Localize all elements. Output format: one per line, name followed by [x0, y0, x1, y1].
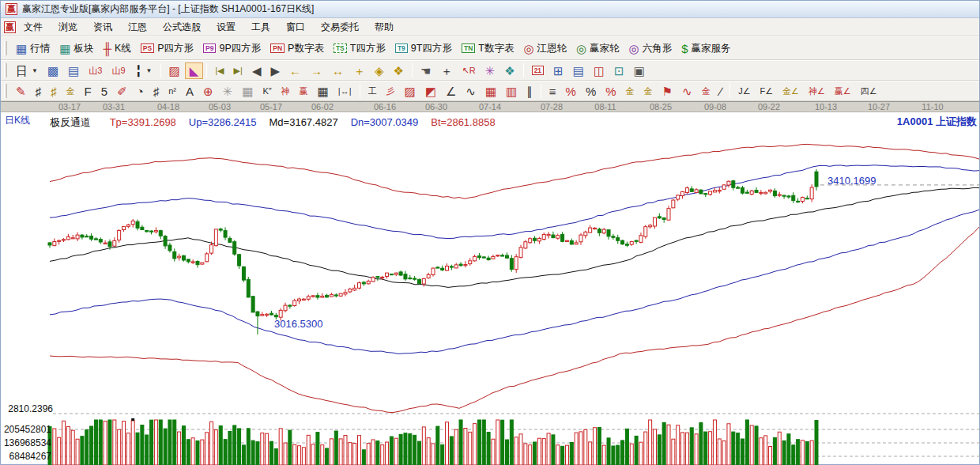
t9-square-button[interactable]: T99T四方形	[390, 40, 457, 58]
grid-circle-tool[interactable]: ▦	[237, 83, 258, 100]
chart-window-button[interactable]: ▩	[43, 62, 63, 79]
region-select-button[interactable]: ▨	[164, 62, 185, 79]
zoom-all-button[interactable]: ❖	[389, 62, 409, 79]
kline-chart[interactable]	[1, 112, 980, 465]
red-grid-tool[interactable]: ▦	[481, 83, 501, 100]
menu-settings[interactable]: 设置	[209, 18, 243, 36]
candle-style-dropdown[interactable]: ╏▼	[130, 62, 157, 79]
angle-line-tool[interactable]: ∠	[441, 83, 461, 100]
t-square-button[interactable]: TST四方形	[329, 40, 390, 58]
color-chart-button[interactable]: ◣	[185, 62, 204, 79]
percent-levels-tool[interactable]: %	[601, 83, 620, 100]
slope-line-tool[interactable]: ∕	[715, 83, 727, 100]
menu-browse[interactable]: 浏览	[51, 18, 85, 36]
box-fan-tool[interactable]: ▨	[400, 83, 420, 100]
gold-levels-tool[interactable]: 金	[639, 83, 658, 100]
remote-button[interactable]: ▣	[629, 62, 650, 79]
drag-hand-button[interactable]: ☚	[416, 62, 435, 79]
menu-formula-picker[interactable]: 公式选股	[155, 18, 209, 36]
winner-wheel-button[interactable]: ◎赢家轮	[571, 40, 624, 58]
grid-fan-tool[interactable]: ◩	[420, 83, 441, 100]
gold-angle-tool[interactable]: 金∠	[778, 83, 804, 100]
shape-tool-button[interactable]: ✳	[481, 62, 500, 79]
flag-tool[interactable]: ⚑	[658, 83, 677, 100]
network-button[interactable]: ⊡	[609, 62, 629, 79]
pan-right-button[interactable]: →	[306, 62, 327, 79]
calendar-button[interactable]: 21	[527, 63, 548, 78]
p9-square-button[interactable]: P99P四方形	[198, 40, 266, 58]
rocket-tool[interactable]: ✐	[112, 83, 132, 100]
hash-tool[interactable]: ♯	[149, 83, 164, 100]
wave-tool[interactable]: ∿	[677, 83, 697, 100]
gold-grid-tool[interactable]: ♯	[46, 83, 62, 100]
toolbar-grip[interactable]	[4, 63, 7, 78]
menu-news[interactable]: 资讯	[85, 18, 120, 36]
save-button[interactable]: ◫	[589, 62, 609, 79]
mini-chart-9-button[interactable]: 山9	[107, 62, 130, 79]
red-grid2-tool[interactable]: ▥	[501, 83, 522, 100]
first-page-button[interactable]: |◀	[210, 62, 228, 79]
percent-tool[interactable]: %	[581, 83, 601, 100]
price-ladder-tool[interactable]: ≡	[545, 83, 561, 100]
menu-window[interactable]: 窗口	[278, 18, 313, 36]
time-grid-tool[interactable]: ♯	[31, 83, 47, 100]
winner-service-button[interactable]: $赢家服务	[677, 40, 735, 58]
calculator-button[interactable]: ⊞	[548, 62, 568, 79]
prev-button[interactable]: ◀	[247, 62, 266, 79]
shen-angle-tool[interactable]: 神∠	[804, 83, 830, 100]
ying-angle-tool[interactable]: 赢∠	[830, 83, 856, 100]
four-angle-tool[interactable]: 四∠	[856, 83, 882, 100]
menu-file[interactable]: 文件	[16, 18, 51, 36]
star-rays-tool[interactable]: ✳	[218, 83, 238, 100]
menu-help[interactable]: 帮助	[367, 18, 401, 36]
zoom-in-button[interactable]: ＋	[349, 62, 370, 79]
k-note-tool[interactable]: K″	[258, 83, 276, 100]
f-angle-tool[interactable]: F∠	[756, 83, 778, 100]
p-number-table-button[interactable]: PNP数字表	[266, 40, 329, 58]
toolbar-grip[interactable]	[4, 84, 7, 98]
shen-tool[interactable]: 神	[277, 83, 295, 100]
last-page-button[interactable]: ▶|	[229, 62, 247, 79]
memo-button[interactable]: ▤	[568, 62, 589, 79]
next-button[interactable]: ▶	[266, 62, 285, 79]
menu-tools[interactable]: 工具	[243, 18, 278, 36]
mark-r-button[interactable]: ↖R	[457, 62, 480, 79]
info-panel-button[interactable]: ▤	[63, 62, 84, 79]
width-measure-tool[interactable]: |↔|	[334, 83, 356, 100]
gold-circle-tool[interactable]: 金	[621, 83, 639, 100]
smart-tool-button[interactable]: ❖	[499, 62, 519, 79]
menu-trade-order[interactable]: 交易委托	[313, 18, 367, 36]
t-number-table-button[interactable]: TNT数字表	[457, 40, 518, 58]
period-day-dropdown[interactable]: 日▼	[11, 62, 43, 79]
zoom-h-button[interactable]: ↔	[327, 62, 349, 79]
grid-123-tool[interactable]: ▦	[313, 83, 334, 100]
n-squared-tool[interactable]: n²	[164, 83, 181, 100]
ray-fan-tool[interactable]: 彡	[382, 83, 400, 100]
ying-tool[interactable]: 赢	[295, 83, 313, 100]
cycle-circle-tool[interactable]: ◔	[132, 83, 149, 100]
parallel-lines-tool[interactable]: ∥	[522, 83, 537, 100]
hexagon-button[interactable]: ◎六角形	[624, 40, 677, 58]
gold-grid2-tool[interactable]: 金	[62, 83, 80, 100]
retrace-percent-tool[interactable]: %	[561, 83, 581, 100]
circle-cross-tool[interactable]: ⊕	[198, 83, 218, 100]
auto-line-tool[interactable]: A	[181, 83, 198, 100]
pen-tool[interactable]: ✎	[11, 83, 31, 100]
menu-gann[interactable]: 江恩	[120, 18, 155, 36]
f-grid-tool[interactable]: F	[80, 83, 96, 100]
gold-underline-tool[interactable]: 金	[697, 83, 715, 100]
kline-button[interactable]: ╫K线	[98, 40, 135, 58]
gann-wheel-button[interactable]: ◎江恩轮	[518, 40, 571, 58]
p-square-button[interactable]: PSP四方形	[136, 40, 198, 58]
crosshair-button[interactable]: ＋	[435, 62, 457, 79]
zigzag-tool[interactable]: ∿	[461, 83, 481, 100]
toolbar-grip[interactable]	[4, 41, 7, 55]
mini-chart-3-button[interactable]: 山3	[84, 62, 107, 79]
gann-box-tool[interactable]: 工	[364, 83, 382, 100]
zoom-out-button[interactable]: ◈	[370, 62, 389, 79]
pan-left-button[interactable]: ←	[285, 62, 306, 79]
j-angle-tool[interactable]: J∠	[733, 83, 755, 100]
quotes-button[interactable]: ▦行情	[11, 40, 55, 58]
spiral5-tool[interactable]: 5	[96, 83, 112, 100]
sectors-button[interactable]: ▦板块	[55, 40, 98, 58]
